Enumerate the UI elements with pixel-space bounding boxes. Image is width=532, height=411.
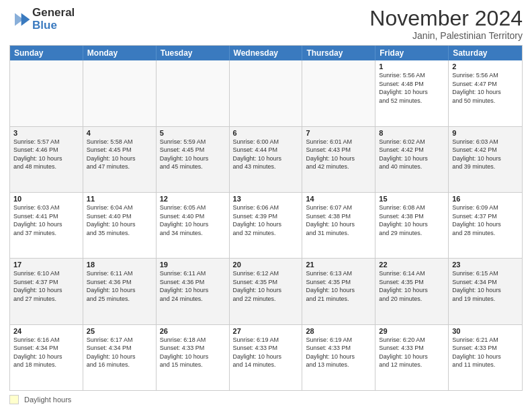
day-info: Sunrise: 6:13 AM Sunset: 4:35 PM Dayligh… bbox=[306, 269, 371, 303]
legend-box bbox=[9, 395, 19, 404]
day-info: Sunrise: 5:56 AM Sunset: 4:48 PM Dayligh… bbox=[379, 71, 445, 105]
legend-label: Daylight hours bbox=[24, 396, 71, 404]
day-info: Sunrise: 6:05 AM Sunset: 4:40 PM Dayligh… bbox=[160, 203, 226, 237]
day-number: 29 bbox=[379, 327, 445, 335]
calendar-row-2: 10Sunrise: 6:03 AM Sunset: 4:41 PM Dayli… bbox=[10, 192, 522, 258]
day-number: 28 bbox=[306, 327, 371, 335]
day-number: 30 bbox=[452, 327, 519, 335]
day-number: 26 bbox=[160, 327, 226, 335]
day-info: Sunrise: 6:20 AM Sunset: 4:33 PM Dayligh… bbox=[379, 336, 445, 369]
calendar-cell: 5Sunrise: 5:59 AM Sunset: 4:45 PM Daylig… bbox=[157, 127, 230, 192]
day-info: Sunrise: 6:19 AM Sunset: 4:33 PM Dayligh… bbox=[306, 336, 371, 369]
calendar-cell: 18Sunrise: 6:11 AM Sunset: 4:36 PM Dayli… bbox=[83, 259, 157, 324]
calendar-cell bbox=[230, 60, 303, 126]
calendar-header: SundayMondayTuesdayWednesdayThursdayFrid… bbox=[10, 46, 522, 60]
calendar-cell bbox=[83, 60, 157, 126]
calendar-cell: 25Sunrise: 6:17 AM Sunset: 4:34 PM Dayli… bbox=[83, 325, 157, 390]
header-day-tuesday: Tuesday bbox=[157, 46, 230, 60]
calendar-cell: 12Sunrise: 6:05 AM Sunset: 4:40 PM Dayli… bbox=[157, 193, 230, 258]
day-info: Sunrise: 6:19 AM Sunset: 4:33 PM Dayligh… bbox=[233, 336, 299, 369]
calendar-cell bbox=[157, 60, 230, 126]
calendar-cell: 8Sunrise: 6:02 AM Sunset: 4:42 PM Daylig… bbox=[375, 127, 449, 192]
calendar-row-3: 17Sunrise: 6:10 AM Sunset: 4:37 PM Dayli… bbox=[10, 258, 522, 324]
calendar-cell: 3Sunrise: 5:57 AM Sunset: 4:46 PM Daylig… bbox=[10, 127, 83, 192]
day-info: Sunrise: 6:08 AM Sunset: 4:38 PM Dayligh… bbox=[379, 203, 445, 237]
calendar-cell: 17Sunrise: 6:10 AM Sunset: 4:37 PM Dayli… bbox=[10, 259, 83, 324]
calendar-cell: 24Sunrise: 6:16 AM Sunset: 4:34 PM Dayli… bbox=[10, 325, 83, 390]
day-info: Sunrise: 6:11 AM Sunset: 4:36 PM Dayligh… bbox=[160, 269, 226, 303]
legend: Daylight hours bbox=[9, 395, 523, 404]
page: General Blue November 2024 Janin, Palest… bbox=[0, 0, 532, 411]
day-info: Sunrise: 6:17 AM Sunset: 4:34 PM Dayligh… bbox=[87, 336, 152, 369]
day-number: 12 bbox=[160, 195, 226, 203]
day-info: Sunrise: 6:04 AM Sunset: 4:40 PM Dayligh… bbox=[87, 203, 152, 237]
day-number: 19 bbox=[160, 261, 226, 269]
day-info: Sunrise: 5:58 AM Sunset: 4:45 PM Dayligh… bbox=[87, 138, 152, 171]
day-info: Sunrise: 6:02 AM Sunset: 4:42 PM Dayligh… bbox=[379, 138, 445, 171]
day-number: 10 bbox=[13, 195, 79, 203]
calendar-cell: 7Sunrise: 6:01 AM Sunset: 4:43 PM Daylig… bbox=[302, 127, 375, 192]
day-number: 4 bbox=[87, 129, 152, 137]
header-day-friday: Friday bbox=[375, 46, 449, 60]
day-number: 27 bbox=[233, 327, 299, 335]
day-info: Sunrise: 5:56 AM Sunset: 4:47 PM Dayligh… bbox=[452, 71, 519, 105]
logo: General Blue bbox=[9, 7, 75, 32]
calendar-cell: 6Sunrise: 6:00 AM Sunset: 4:44 PM Daylig… bbox=[230, 127, 303, 192]
day-info: Sunrise: 6:15 AM Sunset: 4:34 PM Dayligh… bbox=[452, 269, 519, 303]
calendar-cell: 21Sunrise: 6:13 AM Sunset: 4:35 PM Dayli… bbox=[302, 259, 375, 324]
day-number: 14 bbox=[306, 195, 371, 203]
calendar-cell: 4Sunrise: 5:58 AM Sunset: 4:45 PM Daylig… bbox=[83, 127, 157, 192]
day-number: 16 bbox=[452, 195, 519, 203]
header: General Blue November 2024 Janin, Palest… bbox=[9, 7, 523, 41]
day-info: Sunrise: 6:18 AM Sunset: 4:33 PM Dayligh… bbox=[160, 336, 226, 369]
calendar-cell: 22Sunrise: 6:14 AM Sunset: 4:35 PM Dayli… bbox=[375, 259, 449, 324]
day-number: 13 bbox=[233, 195, 299, 203]
calendar: SundayMondayTuesdayWednesdayThursdayFrid… bbox=[9, 45, 523, 391]
day-info: Sunrise: 6:03 AM Sunset: 4:41 PM Dayligh… bbox=[13, 203, 79, 237]
day-info: Sunrise: 6:10 AM Sunset: 4:37 PM Dayligh… bbox=[13, 269, 79, 303]
day-info: Sunrise: 6:11 AM Sunset: 4:36 PM Dayligh… bbox=[87, 269, 152, 303]
header-day-monday: Monday bbox=[83, 46, 157, 60]
logo-general: General bbox=[32, 7, 75, 19]
header-day-saturday: Saturday bbox=[449, 46, 522, 60]
location-subtitle: Janin, Palestinian Territory bbox=[369, 30, 523, 41]
day-info: Sunrise: 6:06 AM Sunset: 4:39 PM Dayligh… bbox=[233, 203, 299, 237]
calendar-cell: 1Sunrise: 5:56 AM Sunset: 4:48 PM Daylig… bbox=[375, 60, 449, 126]
calendar-body: 1Sunrise: 5:56 AM Sunset: 4:48 PM Daylig… bbox=[10, 60, 522, 390]
calendar-row-1: 3Sunrise: 5:57 AM Sunset: 4:46 PM Daylig… bbox=[10, 126, 522, 192]
day-number: 6 bbox=[233, 129, 299, 137]
calendar-cell: 13Sunrise: 6:06 AM Sunset: 4:39 PM Dayli… bbox=[230, 193, 303, 258]
day-number: 17 bbox=[13, 261, 79, 269]
calendar-cell: 26Sunrise: 6:18 AM Sunset: 4:33 PM Dayli… bbox=[157, 325, 230, 390]
header-day-thursday: Thursday bbox=[302, 46, 375, 60]
calendar-cell: 16Sunrise: 6:09 AM Sunset: 4:37 PM Dayli… bbox=[449, 193, 522, 258]
calendar-cell: 27Sunrise: 6:19 AM Sunset: 4:33 PM Dayli… bbox=[230, 325, 303, 390]
day-number: 1 bbox=[379, 62, 445, 71]
day-info: Sunrise: 6:16 AM Sunset: 4:34 PM Dayligh… bbox=[13, 336, 79, 369]
logo-blue: Blue bbox=[32, 19, 75, 32]
calendar-cell bbox=[10, 60, 83, 126]
day-number: 25 bbox=[87, 327, 152, 335]
day-info: Sunrise: 6:01 AM Sunset: 4:43 PM Dayligh… bbox=[306, 138, 371, 171]
day-number: 3 bbox=[13, 129, 79, 137]
day-info: Sunrise: 5:57 AM Sunset: 4:46 PM Dayligh… bbox=[13, 138, 79, 171]
day-info: Sunrise: 6:07 AM Sunset: 4:38 PM Dayligh… bbox=[306, 203, 371, 237]
day-number: 7 bbox=[306, 129, 371, 137]
day-info: Sunrise: 6:00 AM Sunset: 4:44 PM Dayligh… bbox=[233, 138, 299, 171]
day-number: 9 bbox=[452, 129, 519, 137]
day-info: Sunrise: 6:12 AM Sunset: 4:35 PM Dayligh… bbox=[233, 269, 299, 303]
calendar-cell: 14Sunrise: 6:07 AM Sunset: 4:38 PM Dayli… bbox=[302, 193, 375, 258]
calendar-cell: 10Sunrise: 6:03 AM Sunset: 4:41 PM Dayli… bbox=[10, 193, 83, 258]
calendar-cell: 28Sunrise: 6:19 AM Sunset: 4:33 PM Dayli… bbox=[302, 325, 375, 390]
day-number: 8 bbox=[379, 129, 445, 137]
day-info: Sunrise: 6:21 AM Sunset: 4:33 PM Dayligh… bbox=[452, 336, 519, 369]
day-info: Sunrise: 5:59 AM Sunset: 4:45 PM Dayligh… bbox=[160, 138, 226, 171]
day-number: 21 bbox=[306, 261, 371, 269]
day-number: 5 bbox=[160, 129, 226, 137]
calendar-cell: 2Sunrise: 5:56 AM Sunset: 4:47 PM Daylig… bbox=[449, 60, 522, 126]
logo-icon bbox=[9, 9, 31, 30]
calendar-cell: 19Sunrise: 6:11 AM Sunset: 4:36 PM Dayli… bbox=[157, 259, 230, 324]
header-day-sunday: Sunday bbox=[10, 46, 83, 60]
day-number: 11 bbox=[87, 195, 152, 203]
calendar-row-4: 24Sunrise: 6:16 AM Sunset: 4:34 PM Dayli… bbox=[10, 324, 522, 390]
